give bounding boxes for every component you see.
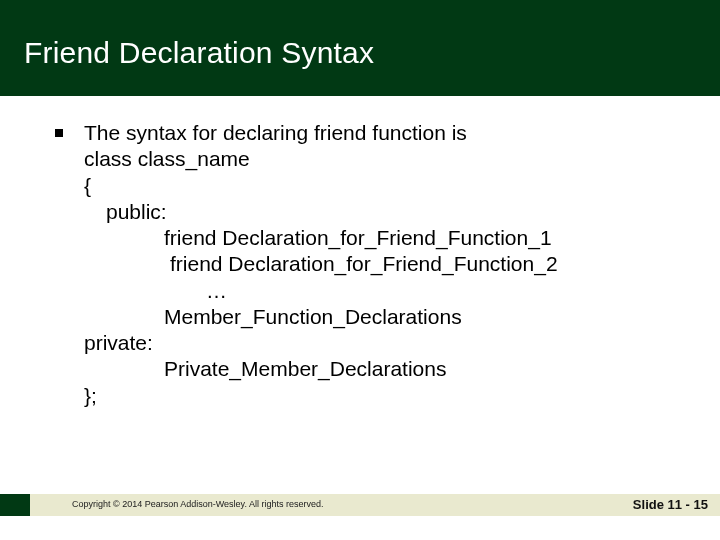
title-bar: Friend Declaration Syntax: [0, 0, 720, 96]
intro-line: The syntax for declaring friend function…: [84, 120, 666, 146]
code-line-close-brace: };: [84, 383, 666, 409]
slide-number: Slide 11 - 15: [633, 497, 708, 512]
code-line-public: public:: [84, 199, 666, 225]
code-line-ellipsis: …: [84, 278, 666, 304]
code-line-private: private:: [84, 330, 666, 356]
footer-bar: Copyright © 2014 Pearson Addison-Wesley.…: [0, 494, 720, 516]
bullet-content: The syntax for declaring friend function…: [84, 120, 666, 409]
slide: Friend Declaration Syntax The syntax for…: [0, 0, 720, 540]
code-line-friend-2: friend Declaration_for_Friend_Function_2: [84, 251, 666, 277]
slide-body: The syntax for declaring friend function…: [56, 120, 666, 409]
code-line-member-decls: Member_Function_Declarations: [84, 304, 666, 330]
code-line-open-brace: {: [84, 173, 666, 199]
footer-body: Copyright © 2014 Pearson Addison-Wesley.…: [30, 494, 720, 516]
footer-accent: [0, 494, 30, 516]
square-bullet-icon: [55, 129, 63, 137]
code-line-class: class class_name: [84, 146, 666, 172]
copyright-text: Copyright © 2014 Pearson Addison-Wesley.…: [72, 499, 323, 509]
code-line-friend-1: friend Declaration_for_Friend_Function_1: [84, 225, 666, 251]
slide-title: Friend Declaration Syntax: [24, 36, 374, 70]
bullet-item: The syntax for declaring friend function…: [56, 120, 666, 409]
code-line-private-member-decls: Private_Member_Declarations: [84, 356, 666, 382]
